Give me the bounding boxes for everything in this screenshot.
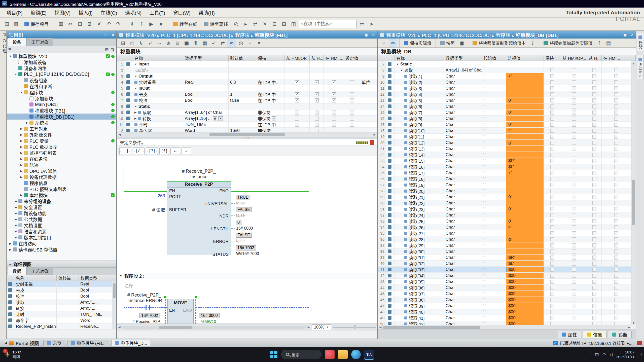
- left-collapsed-panel[interactable]: PLC 代理: [0, 31, 7, 339]
- ladder-element-[interactable]: -| |-: [119, 147, 131, 155]
- checkbox-cell[interactable]: [544, 315, 561, 321]
- checkbox-cell[interactable]: [284, 122, 310, 128]
- checkbox-icon[interactable]: [572, 268, 576, 272]
- checkbox-cell[interactable]: [561, 164, 587, 170]
- start-value-cell[interactable]: ' ': [482, 140, 506, 146]
- interface-row[interactable]: 9▶读取Array[1..64] of Char非保持: [117, 110, 377, 116]
- checkbox-icon[interactable]: [572, 177, 576, 181]
- expander-icon[interactable]: ▶: [19, 133, 24, 136]
- tree-item[interactable]: ▶跨设备功能: [7, 210, 116, 216]
- name-cell[interactable]: 读取[23]: [395, 206, 444, 212]
- checkbox-icon[interactable]: [592, 292, 596, 296]
- checkbox-cell[interactable]: ✓: [284, 79, 310, 85]
- start-button[interactable]: [270, 351, 278, 358]
- name-cell[interactable]: 读取[24]: [395, 212, 444, 218]
- collapse-network-icon[interactable]: ▼: [119, 274, 122, 277]
- delete-icon[interactable]: ✕: [95, 20, 103, 28]
- comment-cell[interactable]: [360, 128, 377, 132]
- checkbox-icon[interactable]: [572, 213, 576, 217]
- checkbox-icon[interactable]: ✓: [332, 98, 336, 102]
- checkbox-cell[interactable]: [544, 242, 561, 248]
- edge-browser-icon[interactable]: [351, 350, 361, 359]
- menu-item[interactable]: 视图(V): [51, 9, 75, 17]
- start-value-cell[interactable]: ' ': [482, 97, 506, 103]
- checkbox-icon[interactable]: [572, 80, 576, 84]
- checkbox-cell[interactable]: [602, 224, 631, 230]
- db-row[interactable]: 29读取[21]Char' ''0': [378, 194, 631, 200]
- minimize-editor-icon[interactable]: —: [616, 33, 619, 37]
- column-header[interactable]: 名称: [14, 275, 57, 281]
- name-cell[interactable]: 读取[8]: [395, 116, 444, 122]
- checkbox-cell[interactable]: [544, 188, 561, 194]
- checkbox-cell[interactable]: [561, 128, 587, 134]
- checkbox-icon[interactable]: [572, 86, 576, 90]
- default-value-cell[interactable]: 1: [229, 91, 256, 97]
- name-cell[interactable]: ▶读取: [133, 110, 183, 116]
- checkbox-cell[interactable]: [602, 321, 631, 325]
- checkbox-cell[interactable]: [602, 73, 631, 79]
- checkbox-cell[interactable]: [587, 188, 602, 194]
- checkbox-icon[interactable]: [592, 147, 596, 151]
- checkbox-icon[interactable]: [592, 262, 596, 266]
- expander-icon[interactable]: ▶: [8, 248, 13, 251]
- name-cell[interactable]: ▼InOut: [133, 85, 183, 91]
- retain-cell[interactable]: [256, 73, 284, 79]
- start-value-cell[interactable]: [482, 67, 506, 73]
- checkbox-icon[interactable]: [614, 123, 618, 127]
- checkbox-cell[interactable]: [587, 242, 602, 248]
- detail-view-row[interactable]: 计时TON_TIME: [7, 311, 113, 317]
- network-comment[interactable]: 注释: [124, 282, 133, 288]
- checkbox-cell[interactable]: [544, 91, 561, 97]
- checkbox-icon[interactable]: [592, 207, 596, 211]
- cross-references-icon[interactable]: ⇄: [251, 20, 260, 28]
- section-expander-icon[interactable]: ▼: [134, 75, 137, 78]
- checkbox-icon[interactable]: [350, 92, 354, 96]
- checkbox-cell[interactable]: ✓: [324, 97, 344, 103]
- operand-ndr[interactable]: false: [236, 213, 245, 218]
- default-value-cell[interactable]: [229, 73, 256, 79]
- checkbox-cell[interactable]: [561, 134, 587, 140]
- start-simulation-icon[interactable]: ▸: [241, 20, 250, 28]
- checkbox-cell[interactable]: [344, 116, 360, 122]
- checkbox-cell[interactable]: [544, 255, 561, 261]
- section-expander-icon[interactable]: ▼: [134, 63, 137, 66]
- checkbox-icon[interactable]: [614, 207, 618, 211]
- checkbox-icon[interactable]: [614, 111, 618, 115]
- interface-row[interactable]: 10▶转换Array[1..16] ...▦▾非保持▾: [117, 116, 377, 122]
- db-row[interactable]: 36读取[28]Char' ''g': [378, 236, 631, 242]
- datatype-cell[interactable]: Char: [444, 188, 482, 194]
- checkbox-cell[interactable]: [544, 267, 561, 273]
- tree-item[interactable]: ▶外部源文件: [7, 132, 116, 138]
- checkbox-icon[interactable]: [592, 189, 596, 193]
- checkbox-icon[interactable]: [572, 147, 576, 151]
- db-row[interactable]: 17读取[9]Char' ''0': [378, 122, 631, 128]
- name-cell[interactable]: ▼Input: [133, 61, 183, 67]
- checkbox-cell[interactable]: [561, 152, 587, 158]
- db-row[interactable]: 44读取[36]Char' ''$00': [378, 285, 631, 291]
- checkbox-icon[interactable]: [592, 123, 596, 127]
- checkbox-cell[interactable]: [544, 236, 561, 242]
- checkbox-cell[interactable]: [602, 61, 631, 67]
- checkbox-cell[interactable]: [587, 297, 602, 303]
- start-value-cell[interactable]: ' ': [482, 224, 506, 230]
- expander-icon[interactable]: ▶: [13, 236, 18, 239]
- checkbox-cell[interactable]: [587, 97, 602, 103]
- checkbox-icon[interactable]: [572, 237, 576, 241]
- checkbox-icon[interactable]: [550, 135, 554, 139]
- name-cell[interactable]: 读取[41]: [395, 315, 444, 321]
- checkbox-cell[interactable]: [310, 85, 324, 91]
- db-row[interactable]: 38读取[30]Char' '' ': [378, 248, 631, 255]
- checkbox-cell[interactable]: [602, 315, 631, 321]
- db-row[interactable]: 25读取[17]Char' ''+': [378, 170, 631, 176]
- comment-cell[interactable]: [360, 97, 377, 103]
- checkbox-cell[interactable]: [561, 230, 587, 236]
- checkbox-cell[interactable]: [587, 309, 602, 315]
- checkbox-cell[interactable]: [544, 279, 561, 285]
- checkbox-icon[interactable]: [550, 262, 554, 266]
- tree-item[interactable]: ▼称重模块_V20✓: [7, 53, 116, 59]
- start-value-cell[interactable]: ' ': [482, 79, 506, 85]
- checkbox-cell[interactable]: [602, 267, 631, 273]
- name-cell[interactable]: 读取[13]: [395, 146, 444, 152]
- datatype-cell[interactable]: Char: [444, 140, 482, 146]
- weather-widget[interactable]: 2 ☀ 15°C 晴朗: [3, 348, 23, 360]
